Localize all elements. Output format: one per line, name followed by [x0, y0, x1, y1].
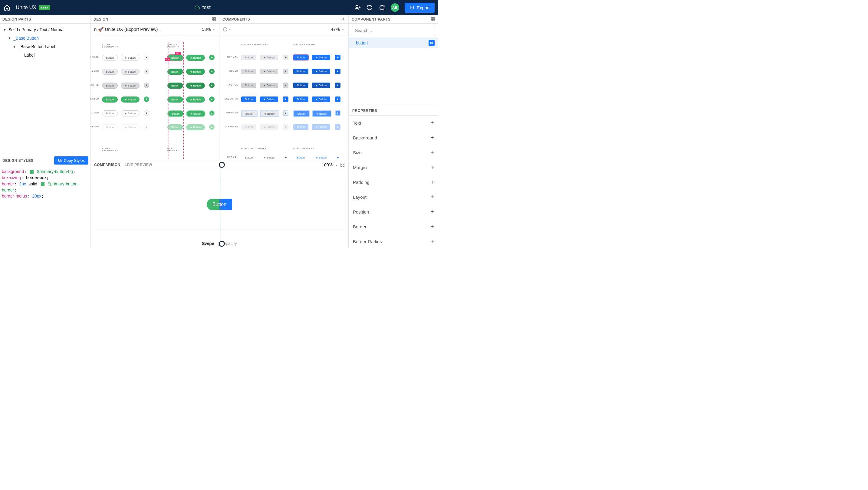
maximize-icon[interactable]: [340, 162, 345, 167]
tree-base-button-label[interactable]: ▼_Base Button Label: [0, 42, 90, 51]
chevron-down-icon: ⌄: [159, 27, 162, 31]
components-zoom[interactable]: 47% ⌄: [331, 27, 344, 32]
property-row[interactable]: Border Radius+: [349, 234, 438, 248]
svg-rect-8: [341, 163, 342, 164]
chevron-down-icon: ⌄: [335, 163, 338, 167]
tree-base-button[interactable]: ▼_Base Button: [0, 34, 90, 42]
property-label: Layout: [353, 195, 367, 200]
chevron-down-icon: ⌄: [342, 27, 344, 31]
components-canvas[interactable]: SOLID / SECONDARYSOLID / PRIMARYNORMALBu…: [219, 35, 348, 160]
add-user-icon[interactable]: [354, 4, 361, 11]
color-swatch: [30, 170, 34, 174]
design-styles-header: DESIGN STYLES: [2, 159, 34, 163]
design-canvas[interactable]: SOLID / SECONDARYSOLID / PRIMARYNORMALBu…: [91, 35, 219, 160]
components-header: COMPONENTS: [222, 17, 250, 22]
copy-icon: [58, 159, 62, 163]
svg-rect-12: [431, 18, 433, 19]
component-parts-header: COMPONENT PARTS: [352, 17, 391, 22]
design-zoom[interactable]: 58% ⌄: [202, 27, 216, 32]
property-row[interactable]: Position+: [349, 204, 438, 219]
copy-styles-label: Copy Styles: [64, 158, 85, 163]
property-row[interactable]: Size+: [349, 145, 438, 160]
plus-icon: +: [430, 194, 434, 200]
copy-styles-button[interactable]: Copy Styles: [54, 156, 88, 165]
property-row[interactable]: Layout+: [349, 190, 438, 204]
tree-l1-label: _Base Button: [13, 36, 39, 40]
color-swatch: [41, 183, 44, 186]
properties-header: PROPERTIES: [349, 106, 438, 116]
chevron-down-icon: ▼: [3, 28, 7, 31]
home-icon[interactable]: [4, 4, 10, 11]
plus-icon: +: [430, 134, 434, 141]
avatar[interactable]: AB: [391, 3, 399, 12]
svg-rect-14: [433, 20, 435, 21]
chevron-down-icon: ⌄: [213, 27, 216, 31]
plus-icon: +: [430, 179, 434, 186]
maximize-icon[interactable]: [212, 17, 216, 22]
project-name: test: [203, 4, 211, 10]
component-part-label: button: [356, 40, 368, 45]
svg-rect-6: [214, 20, 216, 21]
brand-label: Unite UX: [16, 4, 36, 10]
property-row[interactable]: Margin+: [349, 160, 438, 175]
property-label: Background: [353, 135, 377, 140]
tree-l2-label: _Base Button Label: [18, 44, 55, 49]
svg-rect-4: [212, 18, 213, 19]
tab-comparison[interactable]: COMPARISON: [94, 163, 120, 167]
property-label: Position: [353, 209, 369, 215]
beta-badge: BETA: [39, 5, 50, 10]
svg-rect-3: [58, 159, 61, 161]
topbar: Unite UX BETA test AB Export: [0, 0, 438, 15]
swipe-handle[interactable]: [221, 164, 221, 245]
export-label: Export: [417, 5, 430, 10]
property-row[interactable]: Background+: [349, 130, 438, 145]
svg-rect-7: [212, 20, 213, 21]
plus-icon: +: [430, 238, 434, 245]
svg-rect-11: [341, 165, 342, 166]
redo-icon[interactable]: [379, 4, 385, 11]
plus-icon: +: [430, 164, 434, 171]
property-label: Border: [353, 224, 367, 229]
plus-icon: +: [430, 120, 434, 126]
tab-live-preview[interactable]: LIVE PREVIEW: [125, 163, 152, 167]
property-row[interactable]: Padding+: [349, 175, 438, 190]
svg-rect-10: [343, 165, 344, 166]
chevron-down-icon: ⌄: [228, 27, 231, 31]
maximize-icon[interactable]: [431, 17, 435, 22]
collapse-icon[interactable]: [340, 17, 345, 22]
svg-rect-2: [59, 160, 61, 162]
tree-root-label: Solid / Primary / Text / Normal: [8, 27, 64, 32]
comparison-frame: Button: [95, 179, 344, 230]
property-label: Size: [353, 150, 362, 155]
tree-root[interactable]: ▼Solid / Primary / Text / Normal: [0, 25, 90, 34]
preview-button-label: Button: [207, 199, 232, 210]
comparison-zoom[interactable]: 100% ⌄: [322, 162, 345, 167]
selection-badge: B1: [175, 52, 181, 55]
mode-swipe[interactable]: Swipe: [202, 241, 214, 246]
tree-l3-label: Label: [24, 53, 34, 58]
svg-rect-13: [433, 18, 435, 19]
property-row[interactable]: Border+: [349, 219, 438, 234]
selection-badge: 38: [165, 58, 170, 61]
svg-point-0: [355, 5, 358, 7]
tree-label[interactable]: Label: [0, 51, 90, 59]
svg-rect-5: [214, 18, 216, 19]
component-part-button[interactable]: button: [349, 37, 438, 48]
undo-icon[interactable]: [367, 4, 373, 11]
frame-icon: [429, 40, 435, 46]
export-button[interactable]: Export: [405, 3, 435, 13]
styles-code: background: $primary-button-bg; box-sizi…: [0, 166, 90, 201]
svg-rect-17: [431, 42, 432, 43]
design-breadcrumb[interactable]: n 🚀 Unite UX (Export Preview) ⌄: [94, 27, 162, 32]
design-parts-header: DESIGN PARTS: [0, 15, 90, 24]
export-icon: [409, 5, 414, 10]
search-input[interactable]: [352, 26, 435, 35]
cloud-icon: [194, 4, 200, 10]
property-label: Text: [353, 120, 361, 126]
property-label: Margin: [353, 165, 367, 170]
chevron-down-icon: ▼: [13, 45, 17, 48]
property-row[interactable]: Text+: [349, 116, 438, 130]
components-breadcrumb[interactable]: ⌄: [223, 27, 231, 31]
plus-icon: +: [430, 208, 434, 215]
preview-button: Button: [207, 199, 232, 210]
